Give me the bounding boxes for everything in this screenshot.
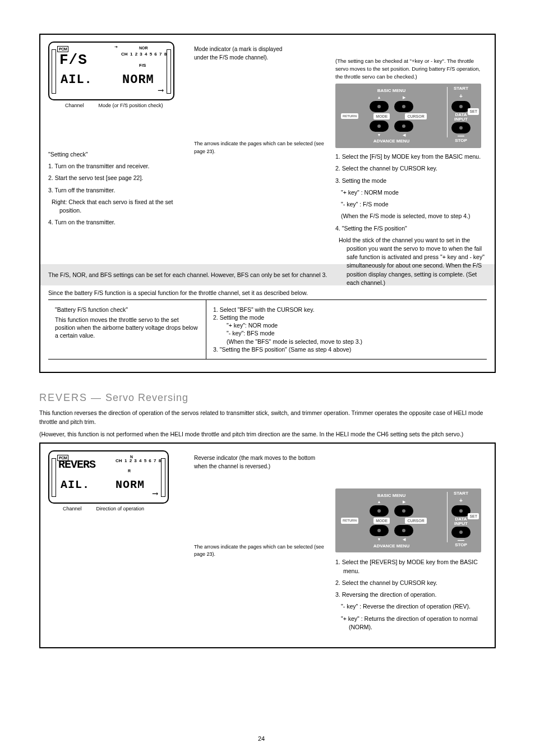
lcd-left-trim-bar-2 bbox=[52, 458, 56, 497]
step-2: 2. Select the channel by CURSOR key. bbox=[335, 164, 487, 173]
fs-left-instructions: "Setting check" 1. Turn on the transmitt… bbox=[48, 150, 194, 227]
start-label: START bbox=[454, 86, 468, 92]
cursor-right-button[interactable] bbox=[394, 101, 413, 112]
cursor-label-2: CURSOR bbox=[405, 518, 426, 524]
battery-fs-table: "Battery F/S function check" This functi… bbox=[48, 299, 487, 359]
cursor-right-button-2[interactable] bbox=[394, 505, 413, 517]
left-arrow-icon-2 bbox=[403, 537, 405, 542]
bfs-r5: (When the "BFS" mode is selected, move t… bbox=[213, 338, 480, 345]
lcd-screen-revers: PCM REVERS N CH 1 2 3 4 5 6 7 8 R AIL. N… bbox=[48, 450, 169, 504]
keypad-header-note: (The setting can be checked at "+key or … bbox=[335, 57, 487, 80]
annot-mode: Mode (or F/S position check) bbox=[99, 103, 163, 109]
return-label: RETURN bbox=[341, 113, 358, 119]
bfs-left-heading: "Battery F/S function check" bbox=[55, 306, 199, 314]
bfs-r3: "+ key": NOR mode bbox=[213, 321, 480, 329]
rev-annot-bottom: The arrows indicate the pages which can … bbox=[194, 543, 324, 559]
step-3d: (When the F/S mode is selected, move to … bbox=[335, 212, 487, 220]
minus-button-2[interactable] bbox=[451, 527, 471, 538]
rev-step-2: 2. Select the channel by CURSOR key. bbox=[335, 579, 487, 587]
lcd-nor-label: NOR bbox=[139, 46, 148, 50]
return-label-2: RETURN bbox=[341, 518, 358, 523]
keypad-divider bbox=[447, 87, 448, 137]
data-input-label: DATAINPUT bbox=[454, 113, 468, 122]
lcd-right-trim-bar bbox=[167, 49, 171, 94]
rev-annot-top: Reverse indicator (the mark moves to the… bbox=[194, 454, 324, 471]
right-arrow-icon-2 bbox=[403, 499, 405, 504]
mode-down-button-2[interactable] bbox=[370, 525, 389, 536]
lcd-channel-numbers-2: 1 2 3 4 5 6 7 8 bbox=[124, 458, 162, 464]
lcd-ch-label: CH bbox=[121, 52, 128, 58]
chk-right: Right: Check that each servo is fixed at… bbox=[48, 198, 194, 215]
mode-label: MODE bbox=[373, 113, 390, 119]
mode-indicator-callout: Mode indicator (a mark is displayed unde… bbox=[194, 42, 324, 155]
up-arrow-icon bbox=[377, 95, 381, 100]
mode-up-button[interactable] bbox=[370, 101, 389, 112]
stop-label: STOP bbox=[455, 138, 467, 144]
cursor-left-button[interactable] bbox=[394, 121, 413, 132]
chk-2: 2. Start the servo test [see page 22]. bbox=[48, 174, 194, 182]
keypad-column-2: BASIC MENU RETURN MODE CURSOR bbox=[335, 450, 487, 635]
set-label-2: SET bbox=[468, 513, 479, 519]
lcd-column: PCM ➔ F/S NOR CH 1 2 3 4 5 6 7 8 F/S AIL… bbox=[48, 42, 183, 109]
stop-label-2: STOP bbox=[455, 542, 467, 548]
lcd-mode-value-2: NORM bbox=[116, 477, 145, 492]
lcd-title-2: REVERS bbox=[58, 457, 95, 472]
up-arrow-icon-2 bbox=[377, 499, 381, 504]
fs-right-instructions: 1. Select the [F/S] by MODE key from the… bbox=[335, 153, 487, 287]
basic-menu-label-2: BASIC MENU bbox=[377, 493, 406, 499]
cursor-left-button-2[interactable] bbox=[394, 525, 413, 536]
step-3c: "- key" : F/S mode bbox=[335, 200, 487, 209]
lcd-screen-fs: PCM ➔ F/S NOR CH 1 2 3 4 5 6 7 8 F/S AIL… bbox=[48, 42, 174, 100]
revers-panel: PCM REVERS N CH 1 2 3 4 5 6 7 8 R AIL. N… bbox=[39, 442, 496, 648]
revers-intro-2: (However, this function is not performed… bbox=[39, 430, 496, 439]
keypad-column: (The setting can be checked at "+key or … bbox=[335, 42, 487, 291]
minus-button[interactable] bbox=[451, 122, 471, 133]
section-title-b: Servo Reversing bbox=[105, 392, 188, 403]
section-title-revers: REVERS—Servo Reversing bbox=[39, 391, 496, 404]
annot-channel-2: Channel bbox=[63, 506, 82, 513]
annot-direction: Direction of operation bbox=[96, 506, 145, 513]
set-label: SET bbox=[468, 108, 479, 114]
lcd-channel-name: AIL. bbox=[61, 72, 93, 89]
lcd-top-arrow-icon: ➔ bbox=[114, 44, 118, 52]
lcd-fs-small: F/S bbox=[139, 63, 146, 69]
down-arrow-icon-2 bbox=[377, 537, 381, 542]
lcd-page-arrow-icon-2: ⟶ bbox=[153, 488, 158, 499]
bfs-r4: "- key": BFS mode bbox=[213, 329, 480, 337]
chk-1: 1. Turn on the transmitter and receiver. bbox=[48, 162, 194, 170]
lcd-column-2: PCM REVERS N CH 1 2 3 4 5 6 7 8 R AIL. N… bbox=[48, 450, 183, 513]
lcd-ch-label-2: CH bbox=[116, 458, 122, 464]
annot-top-2: under the F/S mode channel). bbox=[194, 53, 324, 62]
lcd-r-label: R bbox=[128, 468, 131, 473]
step-1: 1. Select the [F/S] by MODE key from the… bbox=[335, 153, 487, 161]
mode-label-2: MODE bbox=[373, 518, 390, 524]
keypad-divider-2 bbox=[447, 492, 448, 542]
start-label-2: START bbox=[454, 491, 468, 497]
basic-menu-label: BASIC MENU bbox=[377, 88, 406, 94]
chk-4: 4. Turn on the transmitter. bbox=[48, 218, 194, 227]
advance-menu-label: ADVANCE MENU bbox=[339, 139, 444, 145]
right-arrow-icon bbox=[403, 95, 405, 100]
bfs-left-body: This function moves the throttle servo t… bbox=[55, 316, 199, 340]
revers-intro-1: This function reverses the direction of … bbox=[39, 409, 496, 427]
lcd-title: F/S bbox=[59, 50, 87, 70]
bfs-r1: 1. Select "BFS" with the CURSOR key. bbox=[213, 306, 480, 314]
transmitter-keypad: BASIC MENU RETURN MODE CURSOR bbox=[335, 84, 481, 148]
plus-icon: + bbox=[459, 93, 463, 100]
lcd-right-trim-bar-2 bbox=[161, 458, 165, 497]
bfs-r6: 3. "Setting the BFS position" (Same as s… bbox=[213, 345, 480, 353]
transmitter-keypad-2: BASIC MENU RETURN MODE CURSOR bbox=[335, 488, 481, 553]
minus-icon-2: — bbox=[458, 538, 464, 542]
lcd-annotations: Channel Mode (or F/S position check) bbox=[48, 103, 183, 109]
data-input-label-2: DATAINPUT bbox=[454, 517, 468, 526]
rev-step-1: 1. Select the [REVERS] by MODE key from … bbox=[335, 558, 487, 575]
bfs-r2: 2. Setting the mode bbox=[213, 314, 480, 321]
lcd-left-trim-bar bbox=[52, 49, 56, 94]
chk-3: 3. Turn off the transmitter. bbox=[48, 186, 194, 195]
rev-step-3c: "+ key" : Returns the direction of opera… bbox=[335, 615, 487, 631]
step-4a: 4. "Setting the F/S position" bbox=[335, 224, 487, 233]
mode-down-button[interactable] bbox=[370, 121, 389, 132]
step-3b: "+ key" : NORM mode bbox=[335, 188, 487, 197]
annot-channel: Channel bbox=[65, 103, 84, 109]
mode-up-button-2[interactable] bbox=[370, 505, 389, 517]
